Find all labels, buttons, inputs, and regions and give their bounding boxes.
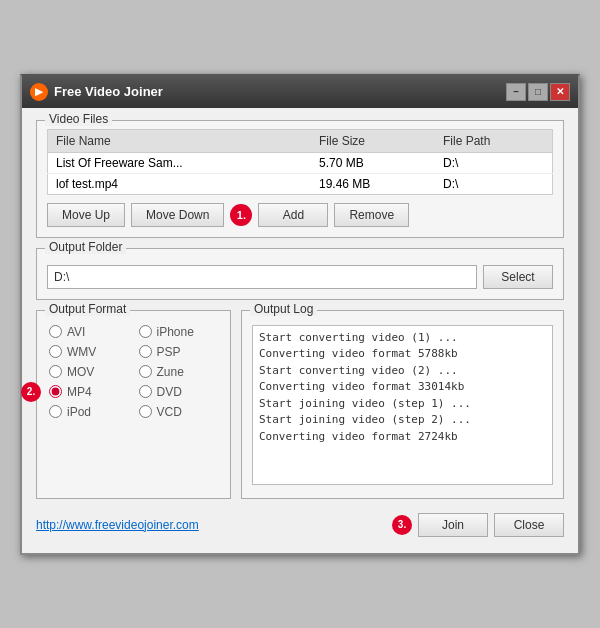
bottom-section: Output Format AVI iPhone WMV: [36, 310, 564, 499]
radio-psp-label: PSP: [157, 345, 181, 359]
add-button[interactable]: Add: [258, 203, 328, 227]
radio-iphone: iPhone: [139, 325, 219, 339]
radio-mov: MOV: [49, 365, 129, 379]
select-button[interactable]: Select: [483, 265, 553, 289]
radio-wmv: WMV: [49, 345, 129, 359]
footer: http://www.freevideojoiner.com 3. Join C…: [36, 509, 564, 541]
remove-button[interactable]: Remove: [334, 203, 409, 227]
output-log-group: Output Log: [241, 310, 564, 499]
col-filename: File Name: [48, 129, 312, 152]
output-log-textarea[interactable]: [252, 325, 553, 485]
radio-dvd-input[interactable]: [139, 385, 152, 398]
app-icon: ▶: [30, 83, 48, 101]
website-link[interactable]: http://www.freevideojoiner.com: [36, 518, 199, 532]
radio-avi: AVI: [49, 325, 129, 339]
title-bar: ▶ Free Video Joiner – □ ✕: [22, 76, 578, 108]
radio-psp-input[interactable]: [139, 345, 152, 358]
table-row[interactable]: List Of Freeware Sam... 5.70 MB D:\: [48, 152, 553, 173]
radio-mov-input[interactable]: [49, 365, 62, 378]
radio-wmv-label: WMV: [67, 345, 96, 359]
radio-ipod-input[interactable]: [49, 405, 62, 418]
file-path-1: D:\: [435, 152, 553, 173]
video-files-label: Video Files: [45, 112, 112, 126]
output-folder-label: Output Folder: [45, 240, 126, 254]
radio-mp4-label: MP4: [67, 385, 92, 399]
table-row[interactable]: lof test.mp4 19.46 MB D:\: [48, 173, 553, 194]
join-button[interactable]: Join: [418, 513, 488, 537]
radio-vcd: VCD: [139, 405, 219, 419]
file-path-2: D:\: [435, 173, 553, 194]
radio-psp: PSP: [139, 345, 219, 359]
file-table: File Name File Size File Path List Of Fr…: [47, 129, 553, 195]
radio-iphone-label: iPhone: [157, 325, 194, 339]
radio-dvd-label: DVD: [157, 385, 182, 399]
video-files-group: Video Files File Name File Size File Pat…: [36, 120, 564, 238]
file-size-2: 19.46 MB: [311, 173, 435, 194]
window-title: Free Video Joiner: [54, 84, 163, 99]
radio-mov-label: MOV: [67, 365, 94, 379]
title-bar-left: ▶ Free Video Joiner: [30, 83, 163, 101]
folder-input[interactable]: [47, 265, 477, 289]
close-window-button[interactable]: ✕: [550, 83, 570, 101]
file-size-1: 5.70 MB: [311, 152, 435, 173]
file-button-row: Move Up Move Down 1. Add Remove: [47, 203, 553, 227]
step-3-badge: 3.: [392, 515, 412, 535]
output-format-label: Output Format: [45, 302, 130, 316]
radio-mp4-input[interactable]: [49, 385, 62, 398]
radio-vcd-label: VCD: [157, 405, 182, 419]
step-2-badge: 2.: [21, 382, 41, 402]
footer-buttons: 3. Join Close: [392, 513, 564, 537]
format-radio-grid: AVI iPhone WMV PSP: [49, 325, 218, 419]
radio-ipod-label: iPod: [67, 405, 91, 419]
col-filepath: File Path: [435, 129, 553, 152]
radio-ipod: iPod: [49, 405, 129, 419]
restore-button[interactable]: □: [528, 83, 548, 101]
radio-zune-label: Zune: [157, 365, 184, 379]
radio-vcd-input[interactable]: [139, 405, 152, 418]
radio-avi-label: AVI: [67, 325, 85, 339]
main-window: ▶ Free Video Joiner – □ ✕ Video Files Fi…: [20, 74, 580, 555]
output-folder-group: Output Folder Select: [36, 248, 564, 300]
col-filesize: File Size: [311, 129, 435, 152]
output-log-label: Output Log: [250, 302, 317, 316]
radio-dvd: DVD: [139, 385, 219, 399]
step-1-badge: 1.: [230, 204, 252, 226]
title-bar-controls: – □ ✕: [506, 83, 570, 101]
minimize-button[interactable]: –: [506, 83, 526, 101]
radio-avi-input[interactable]: [49, 325, 62, 338]
radio-zune-input[interactable]: [139, 365, 152, 378]
move-up-button[interactable]: Move Up: [47, 203, 125, 227]
file-name-1: List Of Freeware Sam...: [48, 152, 312, 173]
radio-iphone-input[interactable]: [139, 325, 152, 338]
radio-zune: Zune: [139, 365, 219, 379]
file-name-2: lof test.mp4: [48, 173, 312, 194]
close-button[interactable]: Close: [494, 513, 564, 537]
folder-row: Select: [47, 265, 553, 289]
output-format-group: Output Format AVI iPhone WMV: [36, 310, 231, 499]
move-down-button[interactable]: Move Down: [131, 203, 224, 227]
radio-mp4: 2. MP4: [49, 385, 129, 399]
content-area: Video Files File Name File Size File Pat…: [22, 108, 578, 553]
radio-wmv-input[interactable]: [49, 345, 62, 358]
